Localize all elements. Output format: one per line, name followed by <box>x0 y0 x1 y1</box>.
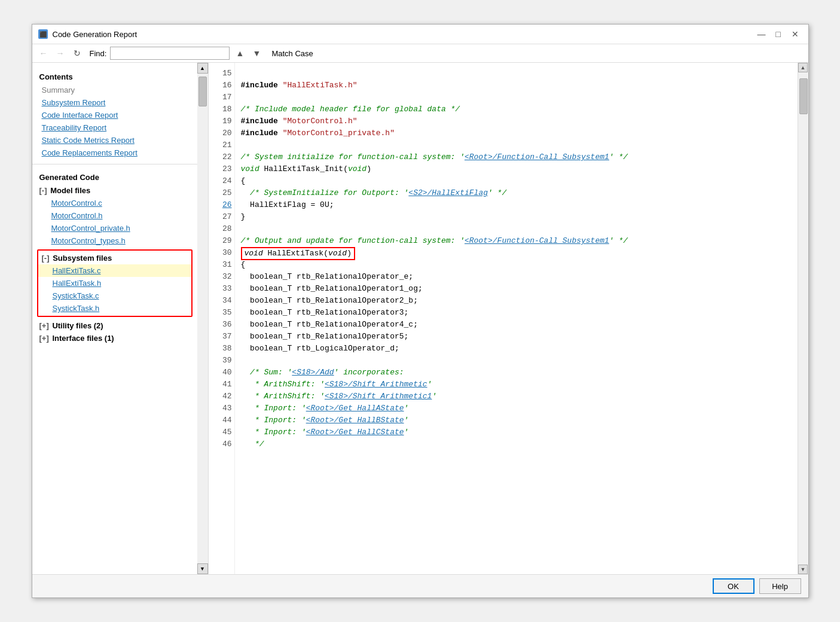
match-case-label: Match Case <box>271 49 313 58</box>
refresh-button[interactable]: ↻ <box>71 47 84 60</box>
file-hallextitask-h[interactable]: HallExtiTask.h <box>38 277 191 289</box>
help-button[interactable]: Help <box>759 578 801 594</box>
code-line-46: */ <box>241 438 792 450</box>
code-line-19: #include "MotorControl.h" <box>241 115 792 127</box>
generated-code-label: Generated Code <box>32 169 197 184</box>
code-line-23: void HallExtiTask_Init(void) <box>241 163 792 175</box>
interface-files-group[interactable]: [+] Interface files (1) <box>32 332 197 344</box>
code-line-25: /* SystemInitialize for Outport: '<S2>/H… <box>241 187 792 199</box>
code-line-36: boolean_T rtb_RelationalOperator4_c; <box>241 319 792 331</box>
line-num-41: 41 <box>209 379 232 391</box>
line-num-30: 30 <box>209 247 232 259</box>
subsystem-files-group[interactable]: [-] Subsystem files <box>38 252 191 264</box>
line-num-44: 44 <box>209 414 232 426</box>
code-line-37: boolean_T rtb_RelationalOperator5; <box>241 331 792 343</box>
line-num-45: 45 <box>209 426 232 438</box>
utility-files-group[interactable]: [+] Utility files (2) <box>32 319 197 332</box>
maximize-button[interactable]: □ <box>771 28 786 40</box>
sidebar-scrollbar-thumb[interactable] <box>198 77 207 106</box>
sidebar-scroll-up[interactable]: ▲ <box>197 63 208 74</box>
line-num-29: 29 <box>209 235 232 247</box>
code-content: #include "HallExtiTask.h" /* Include mod… <box>235 63 798 574</box>
code-line-33: boolean_T rtb_RelationalOperator1_og; <box>241 283 792 295</box>
code-line-21 <box>241 139 792 151</box>
sidebar-scroll-down[interactable]: ▼ <box>197 563 208 574</box>
code-scrollbar: ▲ ▼ <box>798 63 808 574</box>
code-line-45: * Inport: '<Root>/Get_HallCState' <box>241 426 792 438</box>
sidebar-scrollbar-track <box>197 74 208 563</box>
code-line-18: /* Include model header file for global … <box>241 103 792 115</box>
app-icon: ⬛ <box>38 29 48 39</box>
file-systicktask-h[interactable]: SystickTask.h <box>38 302 191 315</box>
code-line-24: { <box>241 175 792 187</box>
line-num-28: 28 <box>209 223 232 235</box>
line-num-32: 32 <box>209 271 232 283</box>
utility-files-label: Utility files (2) <box>52 321 103 330</box>
line-num-18: 18 <box>209 103 232 115</box>
file-motorcontrol-h[interactable]: MotorControl.h <box>32 209 197 222</box>
line-num-17: 17 <box>209 92 232 103</box>
main-window: ⬛ Code Generation Report — □ ✕ ← → ↻ Fin… <box>32 24 809 598</box>
code-line-39 <box>241 355 792 367</box>
line-num-46: 46 <box>209 438 232 450</box>
minimize-button[interactable]: — <box>755 28 769 40</box>
code-line-15 <box>241 68 792 80</box>
code-line-43: * Inport: '<Root>/Get_HallAState' <box>241 403 792 414</box>
file-motorcontrol-private-h[interactable]: MotorControl_private.h <box>32 222 197 234</box>
file-motorcontrol-c[interactable]: MotorControl.c <box>32 197 197 209</box>
sidebar-item-code-replacements[interactable]: Code Replacements Report <box>32 147 197 159</box>
code-line-32: boolean_T rtb_RelationalOperator_e; <box>241 271 792 283</box>
code-line-27: } <box>241 211 792 223</box>
line-num-16: 16 <box>209 80 232 92</box>
back-button[interactable]: ← <box>37 47 50 60</box>
line-num-22: 22 <box>209 151 232 163</box>
line-num-36: 36 <box>209 319 232 331</box>
code-line-20: #include "MotorControl_private.h" <box>241 127 792 139</box>
sidebar-item-summary[interactable]: Summary <box>32 84 197 96</box>
sidebar-item-traceability[interactable]: Traceability Report <box>32 121 197 134</box>
code-line-44: * Inport: '<Root>/Get_HallBState' <box>241 414 792 426</box>
line-num-33: 33 <box>209 283 232 295</box>
find-next-button[interactable]: ▼ <box>250 47 263 60</box>
file-systicktask-c[interactable]: SystickTask.c <box>38 289 191 302</box>
line-num-24: 24 <box>209 175 232 187</box>
sidebar-item-subsystem[interactable]: Subsystem Report <box>32 96 197 109</box>
code-line-35: boolean_T rtb_RelationalOperator3; <box>241 307 792 319</box>
line-num-25: 25 <box>209 187 232 199</box>
title-bar: ⬛ Code Generation Report — □ ✕ <box>32 25 808 44</box>
sidebar-item-code-interface[interactable]: Code Interface Report <box>32 109 197 121</box>
scrollbar-thumb[interactable] <box>799 78 808 114</box>
subsystem-files-toggle: [-] <box>42 254 50 263</box>
model-files-group[interactable]: [-] Model files <box>32 184 197 197</box>
line-num-21: 21 <box>209 139 232 151</box>
line-num-27: 27 <box>209 211 232 223</box>
find-input[interactable] <box>110 47 230 60</box>
line-num-19: 19 <box>209 115 232 127</box>
code-line-16: #include "HallExtiTask.h" <box>241 80 792 92</box>
code-line-22: /* System initialize for function-call s… <box>241 151 792 163</box>
scrollbar-down-arrow[interactable]: ▼ <box>798 565 808 574</box>
utility-toggle: [+] <box>39 321 49 330</box>
code-line-29: /* Output and update for function-call s… <box>241 235 792 247</box>
window-controls: — □ ✕ <box>755 28 802 40</box>
code-line-42: * ArithShift: '<S18>/Shift_Arithmetic1' <box>241 391 792 403</box>
sidebar: ▲ Contents Summary Subsystem Report Code… <box>32 63 209 574</box>
close-button[interactable]: ✕ <box>788 28 802 40</box>
code-line-30: void HallExtiTask(void) <box>241 247 792 259</box>
code-panel: 15 16 17 18 19 20 21 22 23 24 25 26 27 2… <box>209 63 808 574</box>
forward-button[interactable]: → <box>54 47 67 60</box>
file-hallextitask-c[interactable]: HallExtiTask.c <box>38 264 191 277</box>
line-num-26: 26 <box>209 199 232 211</box>
code-line-40: /* Sum: '<S18>/Add' incorporates: <box>241 367 792 379</box>
interface-files-label: Interface files (1) <box>52 334 114 343</box>
scrollbar-up-arrow[interactable]: ▲ <box>798 63 808 72</box>
subsystem-files-group-container: [-] Subsystem files HallExtiTask.c HallE… <box>37 249 193 317</box>
line-num-20: 20 <box>209 127 232 139</box>
find-prev-button[interactable]: ▲ <box>233 47 246 60</box>
file-motorcontrol-types-h[interactable]: MotorControl_types.h <box>32 234 197 247</box>
sidebar-item-static-metrics[interactable]: Static Code Metrics Report <box>32 134 197 147</box>
ok-button[interactable]: OK <box>713 578 755 594</box>
line-num-35: 35 <box>209 307 232 319</box>
interface-toggle: [+] <box>39 334 49 343</box>
bottom-bar: OK Help <box>32 574 808 597</box>
